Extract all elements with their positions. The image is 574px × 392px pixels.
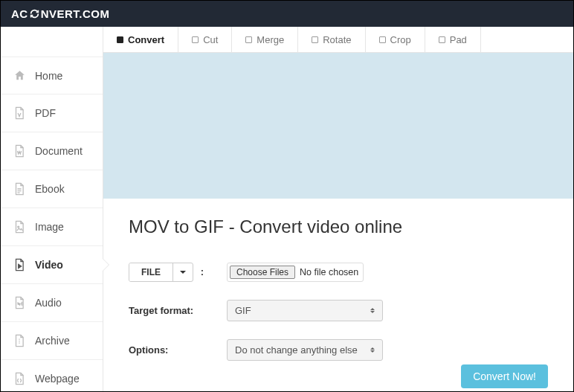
tab-label: Merge <box>257 34 284 45</box>
select-caret-icon <box>370 308 375 313</box>
document-file-icon <box>13 144 26 158</box>
topbar: AC NVERT.COM <box>1 1 573 27</box>
pdf-file-icon <box>13 106 26 120</box>
page-title: MOV to GIF - Convert video online <box>129 216 548 237</box>
sidebar-item-label: Ebook <box>35 183 65 195</box>
square-icon <box>117 36 123 43</box>
select-value: Do not change anything else <box>235 344 358 356</box>
file-source-group: FILE : <box>129 263 227 282</box>
ebook-file-icon <box>13 182 26 196</box>
content: MOV to GIF - Convert video online FILE :… <box>103 199 573 391</box>
file-input[interactable]: Choose Files No file chosen <box>227 263 364 282</box>
options-select[interactable]: Do not change anything else <box>227 339 383 361</box>
file-row: FILE : Choose Files No file chosen <box>129 263 548 282</box>
tab-label: Cut <box>203 34 218 45</box>
image-file-icon <box>13 220 26 234</box>
tab-crop[interactable]: Crop <box>366 27 425 52</box>
home-icon <box>13 69 26 82</box>
webpage-file-icon <box>13 372 26 385</box>
sidebar-item-label: Audio <box>35 297 62 309</box>
colon: : <box>201 266 204 277</box>
main-area: Convert Cut Merge Rotate Crop Pad <box>103 27 573 391</box>
chevron-down-icon <box>180 271 186 274</box>
site-logo[interactable]: AC NVERT.COM <box>11 7 110 20</box>
sidebar-item-document[interactable]: Document <box>1 132 103 170</box>
ad-banner <box>103 53 573 199</box>
sidebar-item-home[interactable]: Home <box>1 57 103 94</box>
file-source-dropdown[interactable] <box>172 263 193 281</box>
square-icon <box>439 36 445 43</box>
sidebar-item-archive[interactable]: Archive <box>1 322 103 360</box>
tab-label: Convert <box>128 34 164 45</box>
tab-label: Crop <box>390 34 411 45</box>
sidebar-item-image[interactable]: Image <box>1 208 103 246</box>
target-format-select[interactable]: GIF <box>227 300 383 321</box>
target-format-label: Target format: <box>129 305 227 316</box>
sidebar-item-ebook[interactable]: Ebook <box>1 170 103 208</box>
sidebar-item-label: Document <box>35 145 83 157</box>
target-format-row: Target format: GIF <box>129 300 548 321</box>
tab-bar: Convert Cut Merge Rotate Crop Pad <box>103 27 573 53</box>
audio-file-icon <box>13 296 26 309</box>
convert-now-button[interactable]: Convert Now! <box>461 364 548 388</box>
tab-rotate[interactable]: Rotate <box>298 27 365 52</box>
sidebar-item-audio[interactable]: Audio <box>1 284 103 322</box>
tab-label: Rotate <box>323 34 351 45</box>
archive-file-icon <box>13 334 26 347</box>
svg-point-0 <box>18 226 19 228</box>
sidebar: Home PDF Document Ebook Image <box>1 27 103 391</box>
options-label: Options: <box>129 344 227 356</box>
file-input-status: No file chosen <box>300 267 358 277</box>
sidebar-item-webpage[interactable]: Webpage <box>1 360 103 392</box>
sidebar-item-label: PDF <box>35 107 56 119</box>
tab-cut[interactable]: Cut <box>178 27 232 52</box>
square-icon <box>192 36 199 43</box>
tab-merge[interactable]: Merge <box>232 27 298 52</box>
tab-pad[interactable]: Pad <box>425 27 481 52</box>
logo-text-pre: AC <box>11 7 28 20</box>
sidebar-item-label: Webpage <box>35 373 80 385</box>
select-caret-icon <box>370 347 375 353</box>
tab-label: Pad <box>450 34 467 45</box>
sidebar-item-pdf[interactable]: PDF <box>1 94 103 132</box>
square-icon <box>379 36 386 43</box>
sidebar-item-label: Home <box>35 70 62 82</box>
sidebar-item-label: Archive <box>35 335 70 347</box>
sidebar-item-label: Image <box>35 221 64 233</box>
refresh-icon <box>30 9 39 19</box>
sidebar-item-video[interactable]: Video <box>1 246 103 284</box>
tab-convert[interactable]: Convert <box>103 27 178 52</box>
sidebar-item-label: Video <box>35 259 63 271</box>
logo-text-post: NVERT.COM <box>41 7 110 20</box>
square-icon <box>312 36 318 43</box>
options-row: Options: Do not change anything else <box>129 339 548 361</box>
choose-files-button[interactable]: Choose Files <box>230 266 295 279</box>
video-file-icon <box>13 258 26 271</box>
square-icon <box>245 36 252 43</box>
file-source-button[interactable]: FILE <box>129 263 172 281</box>
select-value: GIF <box>235 305 251 316</box>
